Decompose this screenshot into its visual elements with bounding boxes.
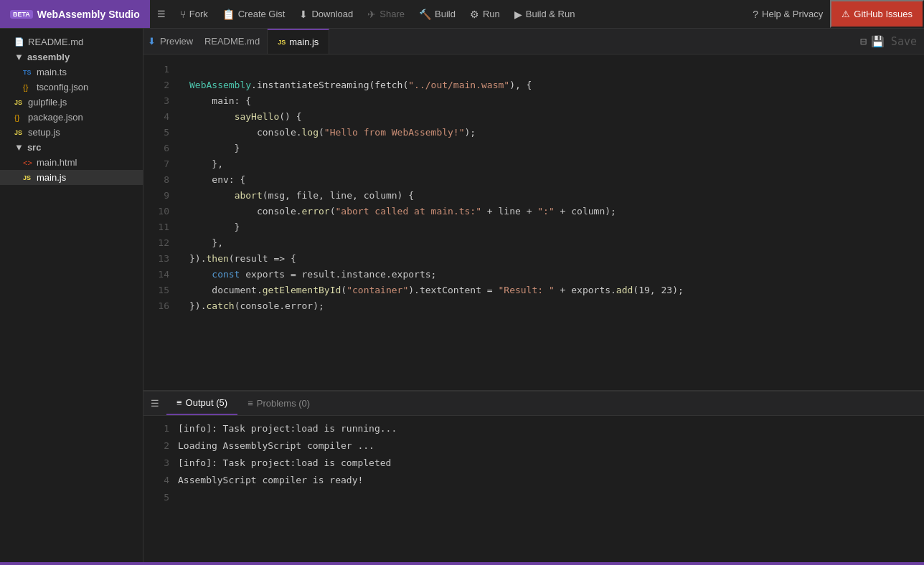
tab-right-area: ⊟ 💾 Save bbox=[853, 35, 924, 48]
folder-arrow-src: ▼ bbox=[14, 142, 24, 153]
sidebar-label-readme: README.md bbox=[28, 37, 83, 47]
bottom-panel: ☰ ≡ Output (5) ≡ Problems (0) 1 [info]: … bbox=[143, 390, 924, 562]
file-icon-main-js: JS bbox=[23, 174, 33, 181]
output-content: 1 [info]: Task project:load is running..… bbox=[143, 416, 924, 562]
build-icon: 🔨 bbox=[419, 9, 431, 20]
hamburger-button[interactable]: ☰ bbox=[150, 0, 173, 28]
github-issues-button[interactable]: ⚠ GitHub Issues bbox=[830, 0, 924, 28]
sidebar-item-main-js[interactable]: JS main.js bbox=[0, 170, 143, 185]
sidebar-item-setup[interactable]: JS setup.js bbox=[0, 125, 143, 140]
github-icon: ⚠ bbox=[842, 9, 850, 19]
tab-preview-file: README.md bbox=[204, 36, 260, 47]
build-run-button[interactable]: ▶ Build & Run bbox=[507, 0, 583, 28]
tab-problems[interactable]: ≡ Problems (0) bbox=[237, 391, 320, 415]
app-title: BETA WebAssembly Studio bbox=[0, 0, 150, 28]
share-icon: ✈ bbox=[367, 9, 376, 20]
editor-area: ⬇ Preview README.md JS main.js ⊟ 💾 Save … bbox=[143, 29, 924, 562]
build-run-icon: ▶ bbox=[514, 9, 522, 20]
build-button[interactable]: 🔨 Build bbox=[412, 0, 463, 28]
file-icon-main-html: <> bbox=[23, 158, 33, 167]
folder-arrow-assembly: ▼ bbox=[14, 52, 24, 62]
file-icon-tsconfig: {} bbox=[23, 83, 33, 92]
fork-icon: ⑂ bbox=[180, 9, 186, 20]
problems-icon: ≡ bbox=[248, 398, 253, 409]
download-icon: ⬇ bbox=[299, 9, 308, 20]
sidebar-item-package[interactable]: {} package.json bbox=[0, 110, 143, 125]
run-label: Run bbox=[483, 9, 500, 19]
download-button[interactable]: ⬇ Download bbox=[292, 0, 360, 28]
line-numbers: 12345 678910 1112131415 16 bbox=[143, 54, 178, 390]
file-icon-readme: 📄 bbox=[14, 37, 24, 47]
help-privacy-button[interactable]: ? Help & Privacy bbox=[745, 0, 830, 28]
sidebar-label-main-html: main.html bbox=[37, 157, 77, 168]
output-text-1: [info]: Task project:load is running... bbox=[178, 421, 397, 437]
file-icon-package: {} bbox=[14, 113, 24, 122]
create-gist-label: Create Gist bbox=[238, 9, 286, 19]
fork-label: Fork bbox=[189, 9, 208, 19]
sidebar-label-main-ts: main.ts bbox=[37, 67, 67, 77]
sidebar-item-main-ts[interactable]: TS main.ts bbox=[0, 65, 143, 80]
code-editor[interactable]: 12345 678910 1112131415 16 WebAssembly.i… bbox=[143, 54, 924, 390]
output-line-1: 1 [info]: Task project:load is running..… bbox=[143, 420, 924, 437]
tab-bar: ⬇ Preview README.md JS main.js ⊟ 💾 Save bbox=[143, 29, 924, 54]
output-line-2: 2 Loading AssemblyScript compiler ... bbox=[143, 437, 924, 455]
tab-preview[interactable]: ⬇ Preview README.md bbox=[143, 29, 268, 54]
sidebar-item-gulpfile[interactable]: JS gulpfile.js bbox=[0, 95, 143, 110]
tab-main-js[interactable]: JS main.js bbox=[268, 29, 329, 54]
topbar: BETA WebAssembly Studio ☰ ⑂ Fork 📋 Creat… bbox=[0, 0, 924, 29]
output-line-5: 5 bbox=[143, 489, 924, 506]
output-text-2: Loading AssemblyScript compiler ... bbox=[178, 438, 374, 454]
sidebar-label-setup: setup.js bbox=[28, 127, 60, 138]
file-icon-gulpfile: JS bbox=[14, 99, 24, 106]
gist-icon: 📋 bbox=[222, 9, 235, 20]
github-issues-label: GitHub Issues bbox=[854, 9, 913, 19]
tab-js-icon: JS bbox=[278, 39, 286, 46]
file-icon-main-ts: TS bbox=[23, 69, 33, 76]
tab-output[interactable]: ≡ Output (5) bbox=[166, 391, 237, 415]
tab-active-file: main.js bbox=[289, 37, 319, 47]
sidebar-label-tsconfig: tsconfig.json bbox=[37, 82, 88, 92]
problems-tab-label: Problems (0) bbox=[257, 398, 310, 409]
sidebar: 📄 README.md ▼ assembly TS main.ts {} tsc… bbox=[0, 29, 143, 562]
help-privacy-label: Help & Privacy bbox=[762, 9, 823, 19]
app-name: WebAssembly Studio bbox=[37, 9, 140, 20]
build-label: Build bbox=[435, 9, 456, 19]
sidebar-item-src[interactable]: ▼ src bbox=[0, 140, 143, 155]
output-text-4: AssemblyScript compiler is ready! bbox=[178, 473, 363, 488]
sidebar-item-tsconfig[interactable]: {} tsconfig.json bbox=[0, 80, 143, 95]
run-button[interactable]: ⚙ Run bbox=[463, 0, 507, 28]
preview-download-icon: ⬇ bbox=[148, 36, 156, 47]
save-icon[interactable]: 💾 Save bbox=[871, 35, 917, 48]
fork-button[interactable]: ⑂ Fork bbox=[173, 0, 215, 28]
help-icon: ? bbox=[753, 9, 758, 20]
output-icon: ≡ bbox=[176, 397, 182, 408]
sidebar-label-src: src bbox=[27, 142, 42, 153]
download-label: Download bbox=[311, 9, 353, 19]
sidebar-label-package: package.json bbox=[28, 112, 83, 123]
tab-preview-label: Preview bbox=[160, 36, 193, 47]
create-gist-button[interactable]: 📋 Create Gist bbox=[215, 0, 293, 28]
sidebar-item-readme[interactable]: 📄 README.md bbox=[0, 34, 143, 49]
right-toolbar: ? Help & Privacy ⚠ GitHub Issues bbox=[745, 0, 924, 28]
code-content[interactable]: WebAssembly.instantiateStreaming(fetch("… bbox=[178, 54, 924, 390]
split-view-icon[interactable]: ⊟ bbox=[860, 35, 867, 48]
output-tab-label: Output (5) bbox=[186, 397, 228, 408]
file-icon-setup: JS bbox=[14, 129, 24, 136]
beta-badge: BETA bbox=[10, 10, 33, 19]
sidebar-item-main-html[interactable]: <> main.html bbox=[0, 155, 143, 170]
bottom-accent-bar bbox=[0, 562, 924, 565]
output-line-4: 4 AssemblyScript compiler is ready! bbox=[143, 472, 924, 489]
build-run-label: Build & Run bbox=[526, 9, 575, 19]
share-button[interactable]: ✈ Share bbox=[360, 0, 412, 28]
output-line-3: 3 [info]: Task project:load is completed bbox=[143, 455, 924, 472]
output-text-3: [info]: Task project:load is completed bbox=[178, 455, 391, 471]
bottom-panel-hamburger[interactable]: ☰ bbox=[143, 398, 166, 409]
bottom-tabs: ☰ ≡ Output (5) ≡ Problems (0) bbox=[143, 391, 924, 416]
hamburger-icon: ☰ bbox=[157, 9, 166, 19]
sidebar-label-gulpfile: gulpfile.js bbox=[28, 97, 67, 108]
sidebar-label-assembly: assembly bbox=[27, 52, 70, 62]
main-layout: 📄 README.md ▼ assembly TS main.ts {} tsc… bbox=[0, 29, 924, 562]
run-icon: ⚙ bbox=[470, 9, 479, 20]
sidebar-label-main-js: main.js bbox=[37, 172, 66, 183]
sidebar-item-assembly[interactable]: ▼ assembly bbox=[0, 49, 143, 65]
